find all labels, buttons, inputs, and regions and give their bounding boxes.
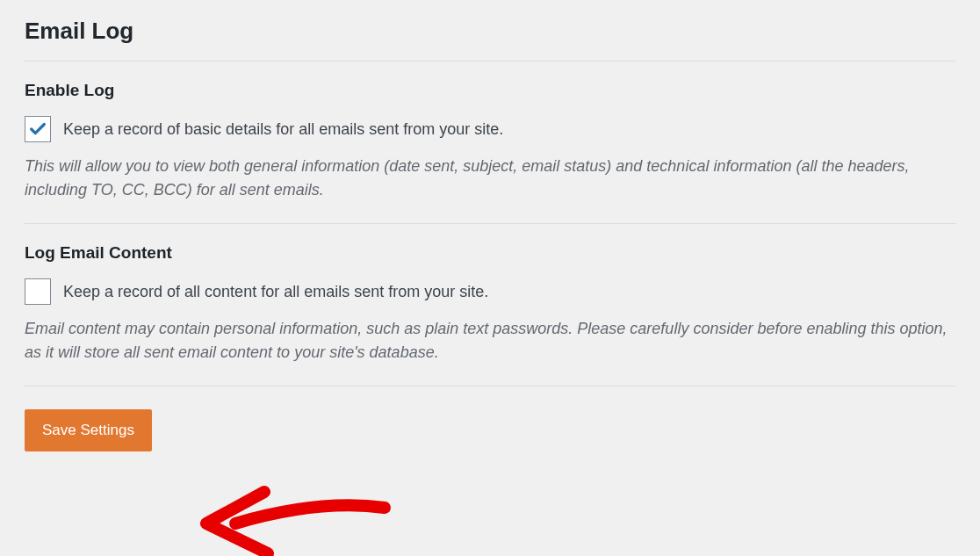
divider — [25, 386, 955, 386]
section-log-content: Log Email Content Keep a record of all c… — [25, 224, 955, 386]
page-title: Email Log — [25, 18, 955, 45]
checkmark-icon — [28, 119, 47, 139]
log-content-label: Keep a record of all content for all ema… — [63, 283, 488, 301]
log-content-description: Email content may contain personal infor… — [25, 317, 955, 365]
enable-log-heading: Enable Log — [25, 81, 955, 100]
arrow-annotation-icon — [196, 481, 398, 556]
save-settings-button[interactable]: Save Settings — [25, 409, 152, 451]
section-enable-log: Enable Log Keep a record of basic detail… — [25, 61, 955, 223]
enable-log-label: Keep a record of basic details for all e… — [63, 120, 503, 139]
enable-log-description: This will allow you to view both general… — [25, 155, 955, 202]
log-content-row: Keep a record of all content for all ema… — [25, 278, 955, 305]
enable-log-checkbox[interactable] — [25, 116, 51, 142]
log-content-heading: Log Email Content — [25, 243, 955, 263]
log-content-checkbox[interactable] — [25, 278, 51, 305]
enable-log-row: Keep a record of basic details for all e… — [25, 116, 955, 142]
